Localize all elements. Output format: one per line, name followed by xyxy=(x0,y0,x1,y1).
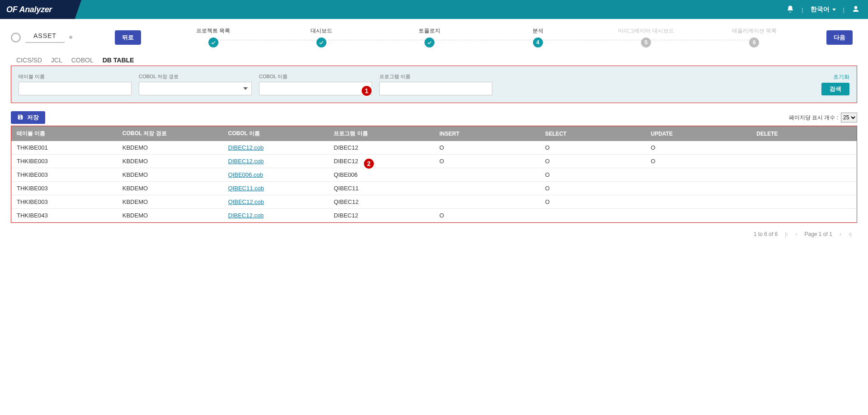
step-migrator-dashboard[interactable]: 마이그레이터 대시보드 5 xyxy=(592,27,700,47)
back-button[interactable]: 뒤로 xyxy=(115,30,141,45)
cobol-file-link[interactable]: QIBEC11.cob xyxy=(228,185,264,192)
check-icon xyxy=(316,38,326,47)
col-header-table-name[interactable]: 테이블 이름 xyxy=(11,126,117,141)
col-header-update[interactable]: UPDATE xyxy=(646,126,751,141)
cobol-file-link[interactable]: QIBEC12.cob xyxy=(228,198,264,205)
tab-cobol[interactable]: COBOL xyxy=(71,55,94,66)
cobol-file-link[interactable]: DIBEC12.cob xyxy=(228,144,264,151)
save-button[interactable]: 저장 xyxy=(11,111,45,124)
step-application-list[interactable]: 애플리케이션 목록 6 xyxy=(700,27,808,47)
cell-select: O xyxy=(540,141,646,155)
search-field-cobol-name: COBOL 이름 xyxy=(259,73,372,95)
table-row[interactable]: THKIBE003KBDEMOQIBE006.cobQIBE006O xyxy=(11,168,857,182)
search-button[interactable]: 검색 xyxy=(821,83,849,95)
step-dashboard[interactable]: 대시보드 xyxy=(267,27,375,47)
check-icon xyxy=(425,38,434,47)
cell-update: O xyxy=(646,141,751,155)
field-label: COBOL 저장 경로 xyxy=(139,73,252,80)
table-name-input[interactable] xyxy=(19,82,132,95)
search-field-cobol-path: COBOL 저장 경로 xyxy=(139,73,252,95)
cell-cobol-name: QIBEC11.cob xyxy=(223,182,329,195)
program-name-input[interactable] xyxy=(379,82,492,95)
page-size-control: 페이지당 표시 개수 : 25 xyxy=(789,113,857,123)
cell-update xyxy=(646,168,751,182)
cell-table-name: THKIBE003 xyxy=(11,195,117,209)
cell-table-name: THKIBE001 xyxy=(11,141,117,155)
language-selector[interactable]: 한국어 xyxy=(811,5,836,14)
steps-row: ASSET 뒤로 프로젝트 목록 대시보드 토폴로지 분석 4 xyxy=(0,19,868,52)
asset-label: ASSET xyxy=(25,32,65,43)
search-field-table-name: 테이블 이름 xyxy=(19,73,132,95)
cell-cobol-name: DIBEC12.cob xyxy=(223,141,329,155)
cell-program-name: QIBEC12 xyxy=(328,195,434,209)
page-size-select[interactable]: 25 xyxy=(841,113,857,123)
cell-update: O xyxy=(646,155,751,168)
table-row[interactable]: THKIBE003KBDEMOQIBEC12.cobQIBEC12O xyxy=(11,195,857,209)
cell-insert xyxy=(434,168,540,182)
cobol-path-select[interactable] xyxy=(139,82,252,95)
cell-delete xyxy=(751,182,857,195)
pagination: 1 to 6 of 6 |‹ ‹ Page 1 of 1 › ›| xyxy=(0,223,868,245)
tab-db-table[interactable]: DB TABLE xyxy=(103,55,134,66)
cell-delete xyxy=(751,195,857,209)
table-row[interactable]: THKIBE043KBDEMODIBEC12.cobDIBEC12O xyxy=(11,209,857,222)
cell-cobol-path: KBDEMO xyxy=(117,209,223,222)
page-first-icon[interactable]: |‹ xyxy=(785,231,788,237)
separator: | xyxy=(843,6,844,13)
step-topology[interactable]: 토폴로지 xyxy=(376,27,484,47)
next-button[interactable]: 다음 xyxy=(826,30,853,45)
cobol-name-input[interactable] xyxy=(259,82,372,95)
asset-radio[interactable] xyxy=(11,33,21,42)
cell-select: O xyxy=(540,168,646,182)
cell-program-name: QIBEC11 xyxy=(328,182,434,195)
callout-badge-2: 2 xyxy=(363,158,375,170)
chevron-down-icon xyxy=(832,9,836,11)
cell-insert: O xyxy=(434,155,540,168)
cell-cobol-name: DIBEC12.cob xyxy=(223,155,329,168)
field-label: 프로그램 이름 xyxy=(379,73,492,80)
chevron-down-icon xyxy=(243,87,248,90)
step-project-list[interactable]: 프로젝트 목록 xyxy=(159,27,267,47)
step-label: 토폴로지 xyxy=(419,27,440,35)
header-actions: | 한국어 | xyxy=(786,5,868,14)
wizard-steps: 프로젝트 목록 대시보드 토폴로지 분석 4 마이그레이터 대시보 xyxy=(159,27,808,47)
cell-select: O xyxy=(540,182,646,195)
col-header-insert[interactable]: INSERT xyxy=(434,126,540,141)
table-row[interactable]: THKIBE003KBDEMOQIBEC11.cobQIBEC11O xyxy=(11,182,857,195)
col-header-cobol-name[interactable]: COBOL 이름 xyxy=(223,126,329,141)
cell-select xyxy=(540,209,646,222)
save-icon xyxy=(17,114,24,122)
tab-jcl[interactable]: JCL xyxy=(51,55,62,66)
col-header-delete[interactable]: DELETE xyxy=(751,126,857,141)
table-row[interactable]: THKIBE003KBDEMODIBEC12.cobDIBEC12OOO xyxy=(11,155,857,168)
page-next-icon[interactable]: › xyxy=(840,231,841,237)
cell-cobol-path: KBDEMO xyxy=(117,155,223,168)
tab-cics-sd[interactable]: CICS/SD xyxy=(16,55,42,66)
page-prev-icon[interactable]: ‹ xyxy=(795,231,797,237)
step-label: 대시보드 xyxy=(311,27,332,35)
cell-cobol-path: KBDEMO xyxy=(117,195,223,209)
cobol-file-link[interactable]: DIBEC12.cob xyxy=(228,158,264,165)
cobol-file-link[interactable]: DIBEC12.cob xyxy=(228,212,264,219)
check-icon xyxy=(208,38,218,47)
table-row[interactable]: THKIBE001KBDEMODIBEC12.cobDIBEC12OOO xyxy=(11,141,857,155)
search-callout-border: 테이블 이름 COBOL 저장 경로 COBOL 이름 프로그램 이름 초기화 … xyxy=(11,66,857,103)
cell-update xyxy=(646,182,751,195)
page-nav: |‹ ‹ Page 1 of 1 › ›| xyxy=(785,231,852,237)
results-table: 테이블 이름 COBOL 저장 경로 COBOL 이름 프로그램 이름 INSE… xyxy=(11,126,857,222)
separator: | xyxy=(802,6,803,13)
cobol-file-link[interactable]: QIBE006.cob xyxy=(228,171,263,178)
cell-program-name: DIBEC12 xyxy=(328,155,434,168)
col-header-select[interactable]: SELECT xyxy=(540,126,646,141)
step-analysis[interactable]: 분석 4 xyxy=(484,27,592,47)
page-last-icon[interactable]: ›| xyxy=(849,231,852,237)
bell-icon[interactable] xyxy=(786,5,794,14)
step-number: 6 xyxy=(749,38,759,47)
cell-program-name: DIBEC12 xyxy=(328,209,434,222)
cell-program-name: DIBEC12 xyxy=(328,141,434,155)
col-header-program-name[interactable]: 프로그램 이름 xyxy=(328,126,434,141)
reset-link[interactable]: 초기화 xyxy=(833,73,849,81)
col-header-cobol-path[interactable]: COBOL 저장 경로 xyxy=(117,126,223,141)
cell-update xyxy=(646,209,751,222)
user-icon[interactable] xyxy=(852,5,860,14)
